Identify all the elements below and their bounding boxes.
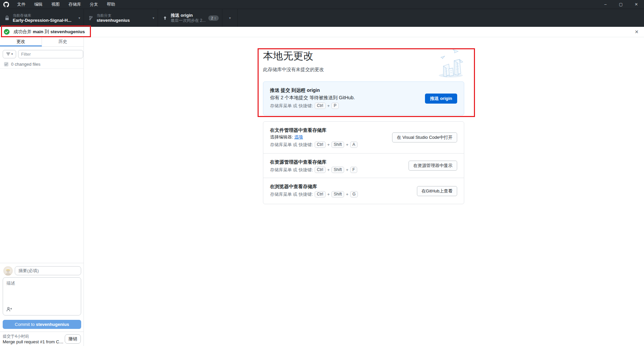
commit-description-input[interactable] xyxy=(3,278,81,306)
menu-branch[interactable]: 分支 xyxy=(86,0,103,9)
view-on-github-button[interactable]: 在GitHub上查看 xyxy=(417,186,457,196)
filter-icon xyxy=(6,52,10,56)
editor-options-link[interactable]: 选项 xyxy=(294,134,303,139)
chevron-down-icon: ▾ xyxy=(78,16,80,20)
tab-changes[interactable]: 更改 xyxy=(0,37,42,46)
tab-history[interactable]: 历史 xyxy=(42,37,84,46)
key-ctrl: Ctrl xyxy=(315,191,326,197)
plus-separator: + xyxy=(327,142,330,147)
sidebar: 更改 历史 ▾ 0 changed files xyxy=(0,37,84,346)
repository-actions: 在文件管理器中查看存储库 选择编辑器: 选项 存储库菜单 或 快捷键: Ctrl… xyxy=(263,121,464,204)
shortcut-prefix: 存储库菜单 或 快捷键: xyxy=(270,142,313,148)
push-options-button[interactable]: ▾ xyxy=(222,9,238,27)
page-title: 本地无更改 xyxy=(263,49,313,63)
repo-text: 当前存储库 Early-Depression-Signal-H... xyxy=(13,13,76,23)
changed-files-row: 0 changed files xyxy=(0,60,84,69)
plus-separator: + xyxy=(327,167,330,172)
key-shift: Shift xyxy=(331,167,344,173)
arrow-up-icon xyxy=(161,15,169,21)
key-g: G xyxy=(350,191,358,197)
key-f: F xyxy=(350,167,357,173)
menu-help[interactable]: 帮助 xyxy=(103,0,120,9)
commit-button[interactable]: Commit to stevenhugenius xyxy=(3,320,81,329)
banner-branch-from: main xyxy=(33,29,44,34)
filter-row: ▾ xyxy=(0,48,84,60)
shortcut-prefix: 存储库菜单 或 快捷键: xyxy=(270,191,313,197)
commit-summary-input[interactable] xyxy=(15,266,81,275)
menu-items: 文件 编辑 视图 存储库 分支 帮助 xyxy=(13,0,120,9)
current-repository-button[interactable]: 当前存储库 Early-Depression-Signal-H... ▾ xyxy=(0,9,84,27)
window-controls: – ▢ ✕ xyxy=(598,0,644,9)
shortcut-prefix: 存储库菜单 或 快捷键: xyxy=(270,103,313,109)
key-shift: Shift xyxy=(331,191,344,197)
minimize-button[interactable]: – xyxy=(598,0,613,9)
chevron-down-icon: ▾ xyxy=(229,16,231,20)
github-desktop-window: 文件 编辑 视图 存储库 分支 帮助 – ▢ ✕ 当前存储库 Early-Dep… xyxy=(0,0,644,346)
menu-view[interactable]: 视图 xyxy=(47,0,64,9)
undo-button[interactable]: 撤销 xyxy=(65,334,81,344)
key-ctrl: Ctrl xyxy=(315,103,326,109)
last-commit-footer: 提交于4小时前 Merge pull request #1 from CN05.… xyxy=(0,332,84,346)
key-p: P xyxy=(331,103,339,109)
commit-button-branch: stevenhugenius xyxy=(36,322,69,327)
ahead-commits-badge: 2 ↑ xyxy=(208,15,219,21)
plus-separator: + xyxy=(327,103,330,108)
chevron-down-icon: ▾ xyxy=(153,16,154,20)
push-title: 推送 origin xyxy=(171,13,206,18)
open-in-editor-row: 在文件管理器中查看存储库 选择编辑器: 选项 存储库菜单 或 快捷键: Ctrl… xyxy=(263,122,464,153)
choose-editor-label: 选择编辑器: xyxy=(270,134,294,139)
main-content: 本地无更改 此存储库中没有未提交的更改 xyxy=(84,37,644,346)
last-commit-message: Merge pull request #1 from CN05... xyxy=(3,339,65,345)
view-on-github-row: 在浏览器中查看存储库 存储库菜单 或 快捷键: Ctrl + Shift + G… xyxy=(263,178,464,204)
push-text: 推送 origin 最后一次同步在 2... xyxy=(171,13,206,23)
show-in-explorer-row: 在资源管理器中查看存储库 存储库菜单 或 快捷键: Ctrl + Shift +… xyxy=(263,153,464,178)
push-card-title: 推送 提交 到远程 origin xyxy=(270,87,457,94)
plus-separator: + xyxy=(346,167,348,172)
success-banner: 成功合并 main 到 stevenhugenius ✕ xyxy=(0,27,644,37)
menu-repository[interactable]: 存储库 xyxy=(64,0,86,9)
push-origin-button[interactable]: 推送 origin xyxy=(425,94,457,104)
success-check-icon xyxy=(4,29,10,35)
filter-input[interactable] xyxy=(18,50,83,58)
branch-label: 当前分支 xyxy=(97,13,151,18)
filter-button[interactable]: ▾ xyxy=(3,50,16,58)
chevron-down-icon: ▾ xyxy=(11,52,13,56)
push-origin-toolbar-button[interactable]: 推送 origin 最后一次同步在 2... 2 ↑ xyxy=(158,9,222,27)
plus-separator: + xyxy=(327,192,330,197)
commit-description-box xyxy=(3,277,81,315)
last-commit-time: 提交于4小时前 xyxy=(3,334,65,339)
banner-branch-to: stevenhugenius xyxy=(50,29,85,34)
menu-edit[interactable]: 编辑 xyxy=(30,0,47,9)
menubar: 文件 编辑 视图 存储库 分支 帮助 – ▢ ✕ xyxy=(0,0,644,9)
select-all-checkbox[interactable] xyxy=(4,62,8,66)
show-in-explorer-button[interactable]: 在资源管理器中显示 xyxy=(409,161,457,171)
key-ctrl: Ctrl xyxy=(315,167,326,173)
add-coauthor-icon[interactable] xyxy=(6,307,12,313)
commit-button-prefix: Commit to xyxy=(15,322,36,327)
open-in-vscode-button[interactable]: 在 Visual Studio Code中打开 xyxy=(392,132,457,142)
banner-prefix: 成功合并 xyxy=(13,29,33,34)
close-banner-icon[interactable]: ✕ xyxy=(635,29,639,35)
shortcut-prefix: 存储库菜单 或 快捷键: xyxy=(270,167,313,173)
current-branch-button[interactable]: 当前分支 stevenhugenius ▾ xyxy=(84,9,158,27)
maximize-button[interactable]: ▢ xyxy=(613,0,629,9)
push-subtitle: 最后一次同步在 2... xyxy=(171,18,206,23)
banner-message: 成功合并 main 到 stevenhugenius xyxy=(13,29,85,35)
avatar xyxy=(3,266,13,276)
changes-list-empty xyxy=(0,69,84,263)
close-window-button[interactable]: ✕ xyxy=(629,0,644,9)
branch-text: 当前分支 stevenhugenius xyxy=(97,13,151,23)
plus-separator: + xyxy=(346,142,348,147)
menu-file[interactable]: 文件 xyxy=(13,0,30,9)
push-card-shortcut: 存储库菜单 或 快捷键: Ctrl + P xyxy=(270,103,457,109)
repo-label: 当前存储库 xyxy=(13,13,76,18)
plus-separator: + xyxy=(346,192,348,197)
sidebar-tabs: 更改 历史 xyxy=(0,37,84,47)
no-changes-illustration-icon xyxy=(433,48,466,79)
toolbar: 当前存储库 Early-Depression-Signal-H... ▾ 当前分… xyxy=(0,9,644,27)
page-subtitle: 此存储库中没有未提交的更改 xyxy=(263,67,324,73)
banner-middle: 到 xyxy=(43,29,50,34)
key-shift: Shift xyxy=(331,141,344,148)
last-commit-text: 提交于4小时前 Merge pull request #1 from CN05.… xyxy=(3,334,65,345)
key-a: A xyxy=(350,141,358,148)
